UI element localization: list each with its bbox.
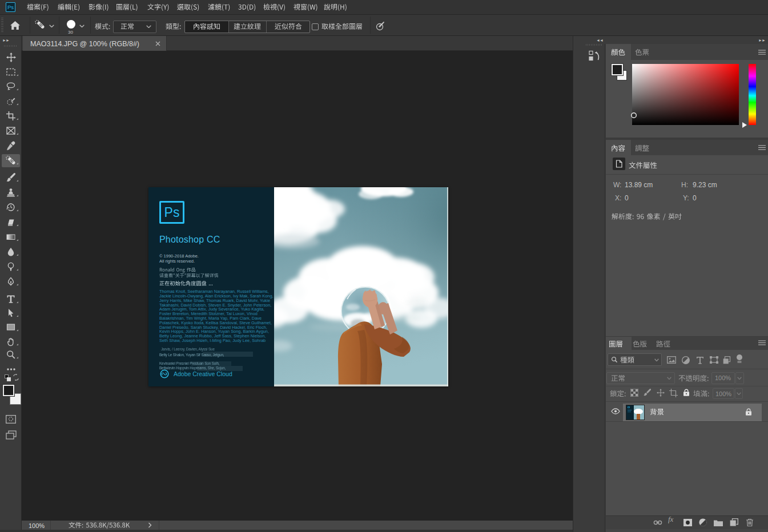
svg-text:fx: fx xyxy=(668,515,674,523)
